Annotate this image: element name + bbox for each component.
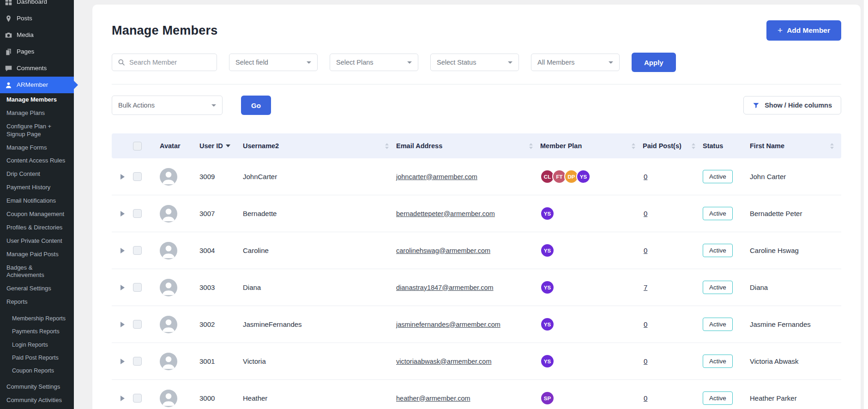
- search-icon: [118, 59, 125, 66]
- paid-posts-link[interactable]: 0: [643, 173, 647, 180]
- expand-row-button[interactable]: [121, 174, 125, 180]
- bulk-left: Bulk Actions Go: [112, 96, 271, 115]
- submenu-item-content-access-rules[interactable]: Content Access Rules: [0, 154, 74, 168]
- column-header-username2[interactable]: Username2: [243, 142, 396, 150]
- expand-row-button[interactable]: [121, 211, 125, 217]
- username-cell: JohnCarter: [243, 173, 396, 180]
- sidebar-item-pages[interactable]: Pages: [0, 43, 74, 60]
- sidebar-item-comments[interactable]: Comments: [0, 60, 74, 77]
- email-link[interactable]: bernadettepeter@armember.com: [396, 210, 495, 217]
- submenu-item-payment-history[interactable]: Payment History: [0, 181, 74, 194]
- go-button[interactable]: Go: [241, 96, 271, 115]
- submenu-item-manage-forms[interactable]: Manage Forms: [0, 141, 74, 155]
- scrollbar-track[interactable]: [864, 0, 868, 409]
- submenu-item-badges-achievements[interactable]: Badges & Achievements: [0, 261, 74, 283]
- email-link[interactable]: jasminefernandes@armember.com: [396, 321, 500, 328]
- submenu-item-coupon-reports[interactable]: Coupon Reports: [0, 364, 74, 377]
- sidebar-item-media[interactable]: Media: [0, 27, 74, 43]
- table-body: 3009JohnCarterjohncarter@armember.comCLF…: [112, 158, 841, 409]
- submenu-item-reports[interactable]: Reports: [0, 295, 74, 309]
- row-checkbox[interactable]: [133, 172, 142, 181]
- plan-badge-ys: YS: [540, 317, 555, 331]
- submenu-item-general-settings[interactable]: General Settings: [0, 282, 74, 295]
- apply-button[interactable]: Apply: [632, 53, 676, 72]
- submenu-item-membership-reports[interactable]: Membership Reports: [0, 312, 74, 325]
- paid-posts-link[interactable]: 0: [643, 394, 647, 402]
- user-id-cell: 3002: [199, 320, 243, 328]
- submenu-item-community-activities[interactable]: Community Activities: [0, 394, 74, 407]
- search-input[interactable]: [129, 59, 211, 66]
- submenu-item-email-notifications[interactable]: Email Notifications: [0, 194, 74, 208]
- submenu-item-profiles-directories[interactable]: Profiles & Directories: [0, 221, 74, 235]
- expand-row-button[interactable]: [121, 396, 125, 401]
- show-hide-columns-button[interactable]: Show / Hide columns: [743, 96, 841, 114]
- submenu-item-coupon-management[interactable]: Coupon Management: [0, 208, 74, 221]
- table-row: 3004Carolinecarolinehswag@armember.comYS…: [112, 232, 841, 269]
- plan-badge-ys: YS: [540, 354, 555, 368]
- column-label: Status: [703, 142, 723, 150]
- email-link[interactable]: heather@armember.com: [396, 395, 470, 402]
- row-checkbox[interactable]: [133, 320, 142, 329]
- dashboard-icon: [5, 0, 12, 6]
- expand-row-button[interactable]: [121, 359, 125, 364]
- avatar: [160, 279, 177, 296]
- submenu-item-manage-plans[interactable]: Manage Plans: [0, 107, 74, 120]
- sidebar-top-menu: DashboardPostsMediaPagesCommentsARMember: [0, 0, 74, 93]
- submenu-item-community-settings[interactable]: Community Settings: [0, 380, 74, 394]
- select-all-checkbox[interactable]: [133, 142, 142, 150]
- sidebar-item-dashboard[interactable]: Dashboard: [0, 0, 74, 10]
- paid-posts-link[interactable]: 0: [643, 320, 647, 328]
- field-select[interactable]: Select field: [229, 54, 318, 71]
- paid-posts-link[interactable]: 0: [643, 357, 647, 365]
- submenu-item-login-reports[interactable]: Login Reports: [0, 338, 74, 351]
- plan-badge-ys: YS: [576, 169, 591, 184]
- status-badge: Active: [703, 281, 733, 294]
- filters-bar: Select field Select Plans Select Status …: [112, 53, 841, 72]
- row-checkbox[interactable]: [133, 283, 142, 292]
- column-header-paid-post-s[interactable]: Paid Post(s): [643, 142, 703, 150]
- row-checkbox[interactable]: [133, 357, 142, 366]
- email-link[interactable]: johncarter@armember.com: [396, 173, 477, 180]
- status-badge: Active: [703, 170, 733, 183]
- paid-posts-link[interactable]: 0: [643, 210, 647, 217]
- table-row: 3009JohnCarterjohncarter@armember.comCLF…: [112, 158, 841, 195]
- row-checkbox[interactable]: [133, 394, 142, 403]
- submenu-item-manage-members[interactable]: Manage Members: [0, 93, 74, 107]
- paid-posts-link[interactable]: 0: [643, 247, 647, 254]
- expand-row-button[interactable]: [121, 322, 125, 327]
- column-header-member-plan[interactable]: Member Plan: [540, 142, 643, 150]
- email-link[interactable]: victoriaabwask@armember.com: [396, 358, 492, 365]
- expand-row-button[interactable]: [121, 248, 125, 253]
- email-link[interactable]: dianastray1847@armember.com: [396, 284, 494, 291]
- status-select[interactable]: Select Status: [430, 54, 519, 71]
- row-checkbox[interactable]: [133, 246, 142, 255]
- avatar: [160, 168, 177, 186]
- member-plan-cell: CLFTDPYS: [540, 169, 643, 184]
- sidebar-item-posts[interactable]: Posts: [0, 10, 74, 27]
- paid-posts-link[interactable]: 7: [643, 283, 647, 291]
- card-header: Manage Members + Add Member: [112, 5, 841, 41]
- bulk-actions-select[interactable]: Bulk Actions: [112, 96, 223, 115]
- column-header-first-name[interactable]: First Name: [750, 142, 841, 150]
- sidebar-item-label: Media: [17, 31, 34, 39]
- submenu-item-drip-content[interactable]: Drip Content: [0, 168, 74, 181]
- plans-select[interactable]: Select Plans: [330, 54, 418, 71]
- comments-icon: [5, 65, 12, 72]
- column-header-user-id[interactable]: User ID: [199, 142, 243, 150]
- add-member-button[interactable]: + Add Member: [766, 20, 841, 41]
- expand-row-button[interactable]: [121, 285, 125, 290]
- submenu-item-configure-plan-signup-page[interactable]: Configure Plan + Signup Page: [0, 120, 74, 141]
- column-label: User ID: [199, 142, 223, 150]
- avatar: [160, 353, 177, 370]
- sidebar-item-armember[interactable]: ARMember: [0, 77, 74, 93]
- submenu-item-manage-paid-posts[interactable]: Manage Paid Posts: [0, 248, 74, 261]
- column-header-email-address[interactable]: Email Address: [396, 142, 540, 150]
- submenu-item-payments-reports[interactable]: Payments Reports: [0, 325, 74, 338]
- submenu-item-user-private-content[interactable]: User Private Content: [0, 235, 74, 248]
- member-plan-cell: YS: [540, 206, 643, 221]
- email-link[interactable]: carolinehswag@armember.com: [396, 247, 490, 254]
- members-select[interactable]: All Members: [531, 54, 620, 71]
- table-row: 3002JasmineFernandesjasminefernandes@arm…: [112, 306, 841, 343]
- submenu-item-paid-post-reports[interactable]: Paid Post Reports: [0, 351, 74, 364]
- row-checkbox[interactable]: [133, 209, 142, 218]
